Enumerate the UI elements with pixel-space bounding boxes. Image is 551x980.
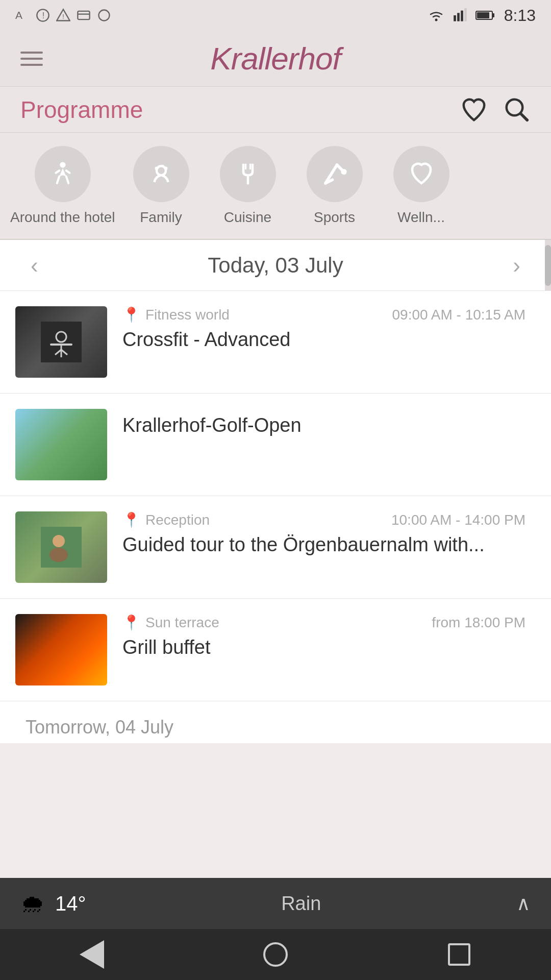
family-icon (147, 160, 175, 188)
current-date: Today, 03 July (208, 253, 343, 278)
back-arrow-icon (80, 940, 104, 969)
title-action-icons (460, 96, 531, 124)
card-icon (77, 8, 91, 22)
weather-expand-icon[interactable]: ∧ (516, 892, 531, 915)
main-content: ‹ Today, 03 July › (0, 240, 551, 743)
svg-rect-11 (464, 8, 467, 21)
event-item[interactable]: 📍 Sun terrace from 18:00 PM Grill buffet (0, 599, 551, 701)
cuisine-icon (234, 160, 262, 188)
status-icons-right: 8:13 (428, 6, 536, 25)
wellness-icon (408, 160, 435, 188)
category-wellness[interactable]: Welln... (381, 146, 462, 226)
menu-line-1 (20, 52, 43, 54)
location-pin-icon: 📍 (122, 306, 140, 323)
next-date-button[interactable]: › (508, 248, 525, 283)
favorites-button[interactable] (460, 96, 488, 124)
category-circle-around (35, 146, 91, 202)
svg-point-35 (53, 535, 65, 547)
svg-rect-9 (457, 13, 460, 21)
recents-button[interactable] (444, 939, 474, 970)
svg-line-16 (521, 113, 527, 119)
location-text: Fitness world (145, 307, 230, 323)
event-location: 📍 Sun terrace (122, 614, 219, 631)
weather-icon: 🌧 (20, 890, 45, 918)
circle-icon (97, 8, 111, 22)
category-family[interactable]: Family (120, 146, 202, 226)
event-details: Krallerhof-Golf-Open (122, 409, 525, 437)
menu-line-3 (20, 64, 43, 66)
event-title: Grill buffet (122, 636, 525, 659)
page-title: Programme (20, 96, 460, 124)
location-pin-icon: 📍 (122, 614, 140, 631)
category-around[interactable]: Around the hotel (10, 146, 115, 226)
menu-line-2 (20, 58, 43, 60)
category-circle-cuisine (220, 146, 276, 202)
svg-point-17 (60, 162, 65, 167)
scrollbar-thumb (545, 245, 551, 286)
status-bar: A ! ! 8:13 (0, 0, 551, 31)
sports-icon (321, 160, 348, 188)
location-text: Sun terrace (145, 615, 219, 631)
weather-bar[interactable]: 🌧 14° Rain ∧ (0, 878, 551, 929)
event-item[interactable]: 📍 Reception 10:00 AM - 14:00 PM Guided t… (0, 496, 551, 599)
app-header: Krallerhof (0, 31, 551, 87)
svg-rect-10 (461, 11, 463, 21)
svg-point-19 (155, 166, 158, 170)
notification-icon-a: A (15, 8, 30, 22)
weather-temperature: 14° (55, 892, 86, 915)
back-button[interactable] (77, 939, 107, 970)
signal-icon (453, 8, 467, 22)
category-label-wellness: Welln... (397, 209, 445, 226)
event-thumbnail (15, 511, 107, 583)
event-time: 10:00 AM - 14:00 PM (391, 512, 525, 528)
event-item[interactable]: Krallerhof-Golf-Open (0, 394, 551, 496)
event-list: 📍 Fitness world 09:00 AM - 10:15 AM Cros… (0, 291, 551, 701)
app-logo: Krallerhof (210, 40, 340, 77)
category-circle-sports (307, 146, 363, 202)
person-walking-icon (49, 160, 77, 188)
event-meta: 📍 Fitness world 09:00 AM - 10:15 AM (122, 306, 525, 323)
svg-rect-4 (78, 11, 89, 19)
scrollbar-track (545, 240, 551, 290)
event-thumbnail (15, 306, 107, 378)
category-label-family: Family (140, 209, 182, 226)
svg-rect-13 (492, 13, 494, 17)
weather-description: Rain (96, 893, 507, 915)
category-sports[interactable]: Sports (294, 146, 375, 226)
category-label-cuisine: Cuisine (224, 209, 271, 226)
category-label-sports: Sports (314, 209, 355, 226)
category-scroll: Around the hotel Family Cuisine (0, 133, 551, 240)
svg-text:!: ! (62, 13, 64, 20)
svg-rect-14 (477, 12, 489, 18)
next-section-header: Tomorrow, 04 July (0, 701, 551, 743)
fitness-thumbnail-image (41, 322, 82, 362)
category-cuisine[interactable]: Cuisine (207, 146, 289, 226)
event-item[interactable]: 📍 Fitness world 09:00 AM - 10:15 AM Cros… (0, 291, 551, 394)
tour-thumbnail-image (41, 527, 82, 568)
home-circle-icon (263, 942, 288, 967)
page-title-bar: Programme (0, 87, 551, 133)
menu-button[interactable] (20, 52, 43, 66)
svg-text:!: ! (42, 11, 45, 20)
event-details: 📍 Sun terrace from 18:00 PM Grill buffet (122, 614, 525, 659)
category-circle-wellness (393, 146, 449, 202)
event-location: 📍 Reception (122, 511, 210, 528)
android-nav-bar (0, 929, 551, 980)
event-time: from 18:00 PM (432, 615, 525, 631)
alert-icon: ! (36, 8, 50, 22)
home-button[interactable] (260, 939, 291, 970)
event-details: 📍 Fitness world 09:00 AM - 10:15 AM Cros… (122, 306, 525, 352)
svg-point-27 (341, 169, 346, 175)
event-title: Crossfit - Advanced (122, 328, 525, 352)
status-time: 8:13 (504, 6, 536, 25)
svg-text:A: A (15, 9, 22, 21)
svg-point-36 (49, 548, 68, 562)
prev-date-button[interactable]: ‹ (26, 248, 43, 283)
search-button[interactable] (503, 96, 531, 124)
warning-icon: ! (56, 8, 70, 22)
svg-point-20 (164, 166, 167, 170)
battery-icon (475, 8, 496, 22)
event-title: Guided tour to the Örgenbauernalm with..… (122, 533, 525, 557)
search-icon (503, 96, 531, 124)
event-thumbnail (15, 409, 107, 480)
